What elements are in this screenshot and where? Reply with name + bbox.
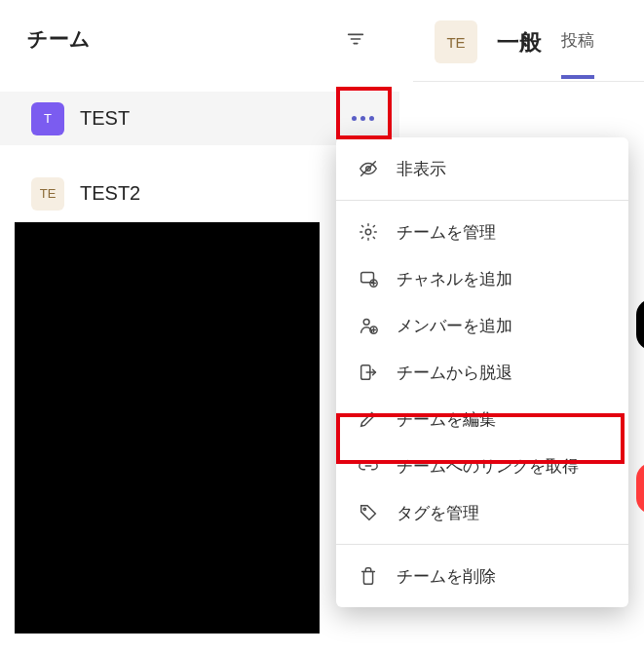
filter-button[interactable] <box>339 22 372 56</box>
menu-item-get-link[interactable]: チームへのリンクを取得 <box>336 442 628 489</box>
menu-label: 非表示 <box>397 158 446 180</box>
menu-label: チームを削除 <box>397 565 496 588</box>
hide-icon <box>358 158 379 179</box>
menu-separator <box>336 544 628 545</box>
sidebar-header: チーム <box>0 0 399 78</box>
redacted-area <box>15 222 320 634</box>
gear-icon <box>358 221 379 243</box>
svg-point-16 <box>363 508 365 510</box>
edit-icon <box>358 408 379 430</box>
menu-separator <box>336 200 628 201</box>
menu-label: チームから脱退 <box>397 362 512 384</box>
trash-icon <box>358 565 379 587</box>
channel-header: TE 一般 投稿 <box>413 0 594 84</box>
tab-posts[interactable]: 投稿 <box>561 29 594 56</box>
menu-item-leave-team[interactable]: チームから脱退 <box>336 349 628 396</box>
menu-item-add-channel[interactable]: チャネルを追加 <box>336 255 628 302</box>
add-user-icon <box>358 315 379 336</box>
add-channel-icon <box>358 268 379 289</box>
menu-label: チームへのリンクを取得 <box>397 455 579 478</box>
team-avatar: T <box>31 102 64 135</box>
team-name: TEST <box>80 107 327 130</box>
tag-icon <box>358 502 379 523</box>
channel-name: 一般 <box>497 27 542 58</box>
menu-item-delete-team[interactable]: チームを削除 <box>336 553 628 599</box>
header-divider <box>413 81 644 82</box>
menu-label: メンバーを追加 <box>397 315 512 337</box>
menu-item-manage-team[interactable]: チームを管理 <box>336 209 628 255</box>
menu-item-hide[interactable]: 非表示 <box>336 145 628 192</box>
svg-point-10 <box>363 319 369 325</box>
svg-point-5 <box>365 229 371 235</box>
edge-artifact <box>636 299 644 350</box>
channel-avatar: TE <box>435 20 477 63</box>
menu-label: タグを管理 <box>397 502 479 524</box>
menu-label: チームを編集 <box>397 408 496 431</box>
team-more-button[interactable] <box>343 103 382 134</box>
filter-icon <box>345 28 366 50</box>
team-avatar: TE <box>31 177 64 211</box>
menu-item-edit-team[interactable]: チームを編集 <box>336 396 628 442</box>
sidebar-title: チーム <box>27 25 91 53</box>
leave-icon <box>358 362 379 383</box>
more-icon <box>352 116 374 121</box>
menu-label: チャネルを追加 <box>397 268 512 290</box>
link-icon <box>358 455 379 477</box>
menu-item-add-member[interactable]: メンバーを追加 <box>336 302 628 349</box>
team-context-menu: 非表示 チームを管理 チャネルを追加 メンバーを追加 チームから脱退 チームを編… <box>336 137 628 607</box>
edge-artifact <box>636 463 644 514</box>
menu-item-manage-tags[interactable]: タグを管理 <box>336 489 628 536</box>
menu-label: チームを管理 <box>397 221 496 244</box>
